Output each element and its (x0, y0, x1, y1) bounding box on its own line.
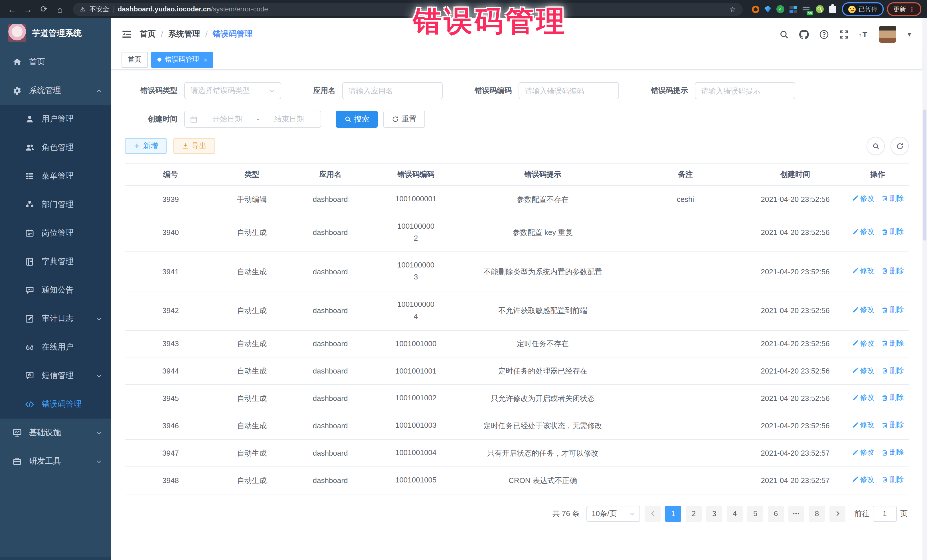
date-range-picker[interactable]: 开始日期 - 结束日期 (184, 111, 321, 128)
edit-link[interactable]: 修改 (851, 305, 874, 316)
delete-link[interactable]: 删除 (881, 266, 904, 276)
list-extension-icon[interactable]: on (802, 6, 811, 12)
page-scrollbar[interactable] (922, 18, 927, 560)
breadcrumb-item[interactable]: 首页 (140, 29, 156, 39)
next-page-button[interactable] (830, 506, 845, 522)
sidebar-item[interactable]: 角色管理 (0, 134, 111, 162)
sidebar-toggle-icon[interactable] (122, 29, 132, 39)
orange-ring-extension-icon[interactable] (752, 5, 759, 13)
error-code-field: 错误码编码 (475, 82, 619, 99)
error-code-input[interactable] (518, 82, 619, 99)
puzzle-extension-icon[interactable] (829, 5, 836, 13)
sidebar-item[interactable]: 通知公告 (0, 276, 111, 305)
delete-link[interactable]: 删除 (881, 420, 904, 431)
cell-message: 定时任务已经处于该状态，无需修改 (459, 412, 627, 440)
page-button[interactable]: 2 (686, 506, 702, 522)
delete-link[interactable]: 删除 (881, 193, 904, 204)
app-name-input[interactable] (342, 82, 443, 99)
edit-link[interactable]: 修改 (851, 475, 874, 485)
page-size-select[interactable]: 10条/页 (587, 506, 640, 522)
user-avatar[interactable] (879, 26, 896, 43)
key-extension-icon[interactable] (816, 5, 824, 13)
prev-page-button[interactable] (644, 506, 661, 522)
error-type-select[interactable]: 请选择错误码类型 (184, 82, 281, 99)
sidebar-item[interactable]: 岗位管理 (0, 219, 111, 247)
delete-link[interactable]: 删除 (881, 393, 904, 404)
home-icon[interactable]: ⌂ (54, 4, 66, 14)
sidebar-item[interactable]: 基础设施 (0, 419, 111, 447)
reset-button[interactable]: 重置 (383, 111, 425, 128)
delete-link[interactable]: 删除 (881, 475, 904, 485)
chevron-down-icon[interactable]: ▼ (906, 31, 912, 37)
close-icon[interactable]: × (204, 56, 207, 63)
error-msg-input[interactable] (695, 82, 795, 99)
pencil-icon (851, 395, 858, 401)
search-button[interactable]: 搜索 (336, 111, 378, 128)
sidebar-item[interactable]: 菜单管理 (0, 162, 111, 190)
error-msg-field: 错误码提示 (651, 82, 795, 99)
help-icon[interactable] (819, 29, 829, 39)
delete-link[interactable]: 删除 (881, 305, 904, 316)
start-date-placeholder[interactable]: 开始日期 (201, 114, 254, 124)
fullscreen-icon[interactable] (839, 29, 849, 39)
github-icon[interactable] (799, 29, 809, 39)
delete-link[interactable]: 删除 (881, 338, 904, 349)
cell-code: 1001001001 (373, 358, 459, 385)
page-button[interactable]: 5 (747, 506, 763, 522)
cell-code: 1001001004 (373, 439, 459, 467)
menu-dots-icon[interactable]: ⋮ (909, 5, 915, 13)
edit-link[interactable]: 修改 (851, 338, 874, 349)
cell-actions: 修改删除 (846, 439, 909, 467)
page-button[interactable]: 6 (768, 506, 784, 522)
tab-error-code[interactable]: 错误码管理× (151, 52, 214, 68)
update-button[interactable]: 更新 ⋮ (887, 2, 921, 16)
breadcrumb-item[interactable]: 系统管理 (168, 29, 200, 39)
scrollbar-thumb[interactable] (923, 109, 926, 241)
table-refresh-button[interactable] (891, 137, 909, 155)
table-header-row: 编号类型应用名错误码编码错误码提示备注创建时间操作 (125, 163, 909, 186)
sidebar-item[interactable]: 在线用户 (0, 333, 111, 361)
edit-link[interactable]: 修改 (851, 266, 874, 276)
profile-paused-pill[interactable]: 已暂停 (842, 2, 884, 16)
font-size-icon[interactable]: tT (859, 29, 869, 39)
sidebar-item[interactable]: 错误码管理 (0, 390, 111, 419)
delete-link[interactable]: 删除 (881, 226, 904, 237)
edit-link[interactable]: 修改 (851, 226, 874, 237)
delete-link[interactable]: 删除 (881, 365, 904, 376)
sidebar-item[interactable]: 用户管理 (0, 105, 111, 134)
tab-home[interactable]: 首页 (122, 52, 148, 68)
end-date-placeholder[interactable]: 结束日期 (263, 114, 316, 124)
page-button[interactable]: 1 (665, 506, 681, 522)
edit-link[interactable]: 修改 (851, 365, 874, 376)
edit-link[interactable]: 修改 (851, 447, 874, 458)
add-button[interactable]: 新增 (125, 138, 167, 154)
sidebar-item[interactable]: 研发工具 (0, 447, 111, 476)
grid-extension-icon[interactable] (790, 5, 797, 13)
sidebar-item[interactable]: 字典管理 (0, 247, 111, 276)
edit-link[interactable]: 修改 (851, 393, 874, 404)
edit-link[interactable]: 修改 (851, 420, 874, 431)
sidebar-item[interactable]: 短信管理 (0, 361, 111, 390)
page-button[interactable]: 4 (727, 506, 743, 522)
cell-memo (627, 385, 744, 412)
reload-icon[interactable]: ⟳ (38, 4, 50, 14)
sidebar-item[interactable]: 审计日志 (0, 305, 111, 333)
green-check-extension-icon[interactable] (777, 5, 784, 13)
goto-page-input[interactable] (873, 506, 897, 522)
sidebar-item[interactable]: 系统管理 (0, 76, 111, 105)
blue-gem-extension-icon[interactable] (764, 6, 771, 12)
more-pages-button[interactable]: ••• (789, 506, 804, 522)
page-button[interactable]: 8 (809, 506, 825, 522)
export-button[interactable]: 导出 (173, 138, 215, 154)
table-search-button[interactable] (866, 137, 885, 155)
bookmark-star-icon[interactable]: ☆ (729, 5, 736, 14)
forward-icon[interactable]: → (22, 4, 34, 14)
search-icon[interactable] (779, 29, 789, 39)
delete-link[interactable]: 删除 (881, 447, 904, 458)
back-icon[interactable]: ← (6, 4, 18, 14)
address-bar[interactable]: ⚠ 不安全 dashboard.yudao.iocoder.cn/system/… (73, 3, 743, 16)
edit-link[interactable]: 修改 (851, 193, 874, 204)
sidebar-item[interactable]: 部门管理 (0, 190, 111, 219)
sidebar-item[interactable]: 首页 (0, 48, 111, 76)
page-button[interactable]: 3 (706, 506, 722, 522)
